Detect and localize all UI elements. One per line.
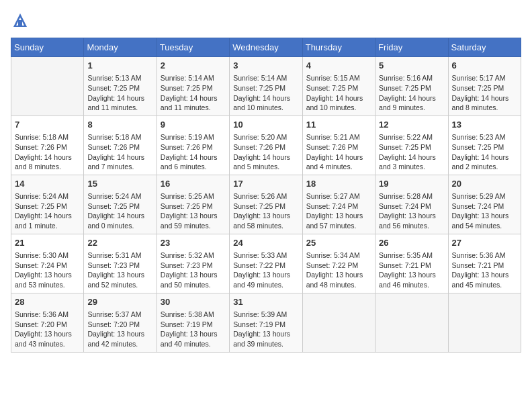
cell-content: Sunrise: 5:26 AM Sunset: 7:25 PM Dayligh… <box>233 191 298 231</box>
calendar-cell: 2Sunrise: 5:14 AM Sunset: 7:25 PM Daylig… <box>157 57 229 116</box>
day-number: 26 <box>379 237 444 249</box>
cell-content: Sunrise: 5:14 AM Sunset: 7:25 PM Dayligh… <box>233 73 298 113</box>
cell-content: Sunrise: 5:24 AM Sunset: 7:25 PM Dayligh… <box>87 191 152 231</box>
cell-content: Sunrise: 5:28 AM Sunset: 7:24 PM Dayligh… <box>379 191 444 231</box>
day-number: 12 <box>379 119 444 131</box>
calendar-cell: 31Sunrise: 5:39 AM Sunset: 7:19 PM Dayli… <box>230 293 302 352</box>
day-number: 31 <box>233 296 298 308</box>
header-row: SundayMondayTuesdayWednesdayThursdayFrid… <box>11 38 521 57</box>
day-number: 13 <box>452 119 517 131</box>
day-number: 30 <box>161 296 226 308</box>
week-row-1: 1Sunrise: 5:13 AM Sunset: 7:25 PM Daylig… <box>11 57 521 116</box>
cell-content: Sunrise: 5:18 AM Sunset: 7:26 PM Dayligh… <box>87 132 152 172</box>
calendar-cell <box>302 293 375 352</box>
calendar-cell: 26Sunrise: 5:35 AM Sunset: 7:21 PM Dayli… <box>375 234 448 293</box>
calendar-cell: 17Sunrise: 5:26 AM Sunset: 7:25 PM Dayli… <box>230 175 302 234</box>
calendar-cell: 27Sunrise: 5:36 AM Sunset: 7:21 PM Dayli… <box>448 234 521 293</box>
calendar-cell: 30Sunrise: 5:38 AM Sunset: 7:19 PM Dayli… <box>157 293 229 352</box>
cell-content: Sunrise: 5:18 AM Sunset: 7:26 PM Dayligh… <box>15 132 80 172</box>
day-number: 22 <box>87 237 152 249</box>
calendar-cell: 13Sunrise: 5:23 AM Sunset: 7:25 PM Dayli… <box>448 116 521 175</box>
cell-content: Sunrise: 5:39 AM Sunset: 7:19 PM Dayligh… <box>233 310 298 349</box>
day-number: 10 <box>233 119 298 131</box>
calendar-cell: 18Sunrise: 5:27 AM Sunset: 7:24 PM Dayli… <box>302 175 375 234</box>
week-row-4: 21Sunrise: 5:30 AM Sunset: 7:24 PM Dayli… <box>11 234 521 293</box>
week-row-5: 28Sunrise: 5:36 AM Sunset: 7:20 PM Dayli… <box>11 293 521 352</box>
header-thursday: Thursday <box>302 38 375 57</box>
calendar-table: SundayMondayTuesdayWednesdayThursdayFrid… <box>11 38 521 353</box>
calendar-cell: 25Sunrise: 5:34 AM Sunset: 7:22 PM Dayli… <box>302 234 375 293</box>
page-header <box>11 11 521 30</box>
cell-content: Sunrise: 5:17 AM Sunset: 7:25 PM Dayligh… <box>452 73 517 113</box>
day-number: 28 <box>15 296 80 308</box>
cell-content: Sunrise: 5:13 AM Sunset: 7:25 PM Dayligh… <box>87 73 152 113</box>
day-number: 29 <box>87 296 152 308</box>
cell-content: Sunrise: 5:27 AM Sunset: 7:24 PM Dayligh… <box>306 191 371 231</box>
cell-content: Sunrise: 5:36 AM Sunset: 7:21 PM Dayligh… <box>452 250 517 290</box>
day-number: 8 <box>87 119 152 131</box>
cell-content: Sunrise: 5:32 AM Sunset: 7:23 PM Dayligh… <box>161 250 226 290</box>
cell-content: Sunrise: 5:29 AM Sunset: 7:24 PM Dayligh… <box>452 191 517 231</box>
day-number: 24 <box>233 237 298 249</box>
logo-icon <box>11 11 30 30</box>
header-wednesday: Wednesday <box>230 38 302 57</box>
logo <box>11 11 32 30</box>
cell-content: Sunrise: 5:21 AM Sunset: 7:26 PM Dayligh… <box>306 132 371 172</box>
cell-content: Sunrise: 5:34 AM Sunset: 7:22 PM Dayligh… <box>306 250 371 290</box>
day-number: 16 <box>161 178 226 190</box>
day-number: 21 <box>15 237 80 249</box>
calendar-cell <box>448 293 521 352</box>
cell-content: Sunrise: 5:36 AM Sunset: 7:20 PM Dayligh… <box>15 310 80 349</box>
week-row-2: 7Sunrise: 5:18 AM Sunset: 7:26 PM Daylig… <box>11 116 521 175</box>
day-number: 18 <box>306 178 371 190</box>
header-sunday: Sunday <box>11 38 84 57</box>
cell-content: Sunrise: 5:14 AM Sunset: 7:25 PM Dayligh… <box>161 73 226 113</box>
calendar-cell: 3Sunrise: 5:14 AM Sunset: 7:25 PM Daylig… <box>230 57 302 116</box>
calendar-cell: 1Sunrise: 5:13 AM Sunset: 7:25 PM Daylig… <box>84 57 157 116</box>
day-number: 27 <box>452 237 517 249</box>
cell-content: Sunrise: 5:16 AM Sunset: 7:25 PM Dayligh… <box>379 73 444 113</box>
calendar-cell: 29Sunrise: 5:37 AM Sunset: 7:20 PM Dayli… <box>84 293 157 352</box>
cell-content: Sunrise: 5:35 AM Sunset: 7:21 PM Dayligh… <box>379 250 444 290</box>
day-number: 14 <box>15 178 80 190</box>
day-number: 20 <box>452 178 517 190</box>
calendar-body: 1Sunrise: 5:13 AM Sunset: 7:25 PM Daylig… <box>11 57 521 353</box>
calendar-cell: 4Sunrise: 5:15 AM Sunset: 7:25 PM Daylig… <box>302 57 375 116</box>
calendar-cell: 8Sunrise: 5:18 AM Sunset: 7:26 PM Daylig… <box>84 116 157 175</box>
cell-content: Sunrise: 5:23 AM Sunset: 7:25 PM Dayligh… <box>452 132 517 172</box>
cell-content: Sunrise: 5:30 AM Sunset: 7:24 PM Dayligh… <box>15 250 80 290</box>
day-number: 6 <box>452 60 517 72</box>
cell-content: Sunrise: 5:20 AM Sunset: 7:26 PM Dayligh… <box>233 132 298 172</box>
cell-content: Sunrise: 5:19 AM Sunset: 7:26 PM Dayligh… <box>161 132 226 172</box>
day-number: 7 <box>15 119 80 131</box>
day-number: 17 <box>233 178 298 190</box>
svg-rect-2 <box>18 20 22 26</box>
calendar-cell <box>375 293 448 352</box>
cell-content: Sunrise: 5:22 AM Sunset: 7:25 PM Dayligh… <box>379 132 444 172</box>
cell-content: Sunrise: 5:15 AM Sunset: 7:25 PM Dayligh… <box>306 73 371 113</box>
day-number: 25 <box>306 237 371 249</box>
day-number: 4 <box>306 60 371 72</box>
cell-content: Sunrise: 5:25 AM Sunset: 7:25 PM Dayligh… <box>161 191 226 231</box>
cell-content: Sunrise: 5:24 AM Sunset: 7:25 PM Dayligh… <box>15 191 80 231</box>
calendar-cell: 20Sunrise: 5:29 AM Sunset: 7:24 PM Dayli… <box>448 175 521 234</box>
calendar-cell: 9Sunrise: 5:19 AM Sunset: 7:26 PM Daylig… <box>157 116 229 175</box>
calendar-cell: 10Sunrise: 5:20 AM Sunset: 7:26 PM Dayli… <box>230 116 302 175</box>
day-number: 2 <box>161 60 226 72</box>
week-row-3: 14Sunrise: 5:24 AM Sunset: 7:25 PM Dayli… <box>11 175 521 234</box>
calendar-cell: 7Sunrise: 5:18 AM Sunset: 7:26 PM Daylig… <box>11 116 84 175</box>
day-number: 15 <box>87 178 152 190</box>
calendar-cell: 16Sunrise: 5:25 AM Sunset: 7:25 PM Dayli… <box>157 175 229 234</box>
calendar-cell: 6Sunrise: 5:17 AM Sunset: 7:25 PM Daylig… <box>448 57 521 116</box>
cell-content: Sunrise: 5:37 AM Sunset: 7:20 PM Dayligh… <box>87 310 152 349</box>
cell-content: Sunrise: 5:38 AM Sunset: 7:19 PM Dayligh… <box>161 310 226 349</box>
cell-content: Sunrise: 5:33 AM Sunset: 7:22 PM Dayligh… <box>233 250 298 290</box>
calendar-cell: 28Sunrise: 5:36 AM Sunset: 7:20 PM Dayli… <box>11 293 84 352</box>
calendar-cell: 15Sunrise: 5:24 AM Sunset: 7:25 PM Dayli… <box>84 175 157 234</box>
calendar-cell: 14Sunrise: 5:24 AM Sunset: 7:25 PM Dayli… <box>11 175 84 234</box>
header-saturday: Saturday <box>448 38 521 57</box>
calendar-cell: 22Sunrise: 5:31 AM Sunset: 7:23 PM Dayli… <box>84 234 157 293</box>
calendar-cell: 24Sunrise: 5:33 AM Sunset: 7:22 PM Dayli… <box>230 234 302 293</box>
day-number: 23 <box>161 237 226 249</box>
calendar-cell: 23Sunrise: 5:32 AM Sunset: 7:23 PM Dayli… <box>157 234 229 293</box>
